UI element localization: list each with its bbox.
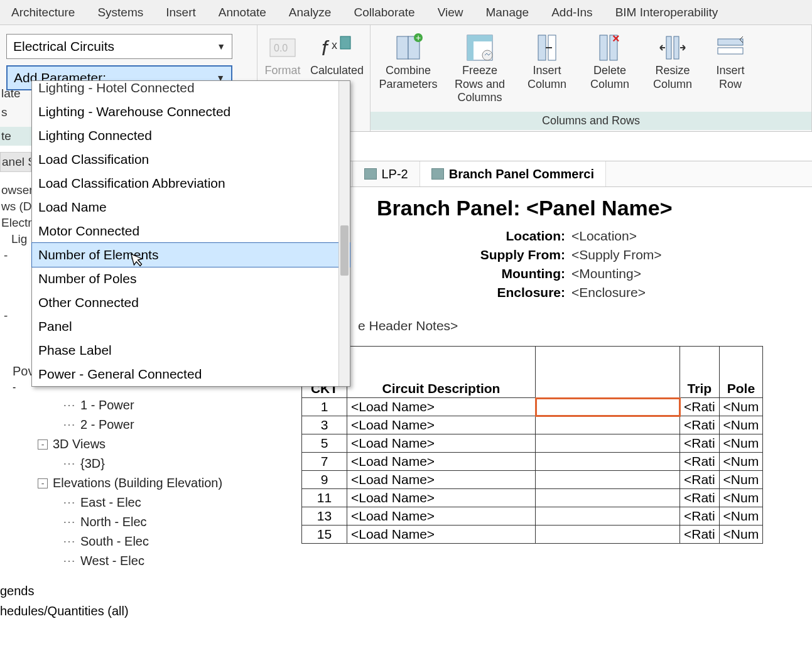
parameter-option[interactable]: Lighting - Hotel Connected bbox=[32, 76, 350, 100]
trip-cell[interactable]: <Rati bbox=[680, 453, 720, 471]
trip-cell[interactable]: <Rati bbox=[680, 489, 720, 507]
pole-cell[interactable]: <Num bbox=[719, 489, 763, 507]
view-tab-lp2[interactable]: LP-2 bbox=[353, 161, 420, 186]
tab-addins[interactable]: Add-Ins bbox=[540, 0, 604, 24]
desc-cell[interactable]: <Load Name> bbox=[347, 471, 536, 489]
calculated-button[interactable]: fx Calculated bbox=[310, 29, 364, 78]
desc-cell[interactable]: <Load Name> bbox=[347, 434, 536, 453]
expander-icon[interactable]: - bbox=[38, 478, 48, 488]
blank-cell[interactable] bbox=[536, 489, 680, 507]
resize-column-button[interactable]: Resize Column bbox=[646, 29, 700, 91]
col-blank[interactable] bbox=[536, 347, 680, 398]
ckt-cell[interactable]: 1 bbox=[302, 398, 347, 416]
blank-cell[interactable] bbox=[536, 434, 680, 453]
pole-cell[interactable]: <Num bbox=[719, 453, 763, 471]
freeze-button[interactable]: Freeze Rows and Columns bbox=[448, 29, 511, 105]
trip-cell[interactable]: <Rati bbox=[680, 398, 720, 416]
insert-column-button[interactable]: Insert Column bbox=[520, 29, 574, 91]
tree-item[interactable]: ⋯South - Elec bbox=[0, 532, 289, 551]
desc-cell[interactable]: <Load Name> bbox=[347, 507, 536, 526]
blank-cell[interactable] bbox=[536, 526, 680, 544]
scrollbar-thumb[interactable] bbox=[340, 225, 349, 276]
ckt-cell[interactable]: 5 bbox=[302, 434, 347, 453]
col-trip[interactable]: Trip bbox=[680, 347, 720, 398]
blank-cell[interactable] bbox=[536, 453, 680, 471]
trip-cell[interactable]: <Rati bbox=[680, 416, 720, 434]
desc-cell[interactable]: <Load Name> bbox=[347, 416, 536, 434]
tab-view[interactable]: View bbox=[426, 0, 475, 24]
parameter-option[interactable]: Number of Elements bbox=[31, 242, 350, 267]
desc-cell[interactable]: <Load Name> bbox=[347, 398, 536, 416]
desc-cell[interactable]: <Load Name> bbox=[347, 453, 536, 471]
tree-item[interactable]: -3D Views bbox=[0, 434, 289, 454]
ckt-cell[interactable]: 13 bbox=[302, 507, 347, 526]
parameter-option[interactable]: Phase Label bbox=[32, 338, 350, 362]
tree-item[interactable]: ⋯West - Elec bbox=[0, 551, 289, 571]
tab-collaborate[interactable]: Collaborate bbox=[342, 0, 426, 24]
panel-title-value[interactable]: <Panel Name> bbox=[526, 196, 672, 220]
tree-item[interactable]: ⋯{3D} bbox=[0, 454, 289, 473]
tab-analyze[interactable]: Analyze bbox=[278, 0, 343, 24]
col-description[interactable]: Circuit Description bbox=[347, 347, 536, 398]
parameter-option[interactable]: Number of Poles bbox=[32, 267, 350, 291]
trip-cell[interactable]: <Rati bbox=[680, 507, 720, 526]
tree-item[interactable]: ⋯East - Elec bbox=[0, 493, 289, 512]
blank-cell[interactable] bbox=[536, 398, 680, 416]
tree-item[interactable]: ⋯North - Elec bbox=[0, 512, 289, 532]
scrollbar[interactable] bbox=[338, 81, 350, 386]
parameter-option[interactable]: Panel bbox=[32, 315, 350, 338]
expander-icon[interactable]: - bbox=[4, 249, 8, 262]
add-parameter-dropdown[interactable]: Lighting - Hotel ConnectedLighting - War… bbox=[31, 80, 350, 387]
trip-cell[interactable]: <Rati bbox=[680, 526, 720, 544]
desc-cell[interactable]: <Load Name> bbox=[347, 526, 536, 544]
pole-cell[interactable]: <Num bbox=[719, 526, 763, 544]
ckt-cell[interactable]: 11 bbox=[302, 489, 347, 507]
tab-architecture[interactable]: Architecture bbox=[0, 0, 86, 24]
parameter-option[interactable]: Power - General Connected bbox=[32, 362, 350, 386]
insert-row-button[interactable]: Insert Row bbox=[708, 29, 752, 91]
blank-cell[interactable] bbox=[536, 416, 680, 434]
pole-cell[interactable]: <Num bbox=[719, 398, 763, 416]
parameter-option[interactable]: Load Classification bbox=[32, 148, 350, 171]
col-pole[interactable]: Pole bbox=[719, 347, 763, 398]
parameter-option[interactable]: Motor Connected bbox=[32, 219, 350, 243]
tab-insert[interactable]: Insert bbox=[154, 0, 207, 24]
tab-bim[interactable]: BIM Interoperability bbox=[604, 0, 730, 24]
combine-parameters-button[interactable]: + Combine Parameters bbox=[377, 29, 440, 91]
meta-value[interactable]: <Location> bbox=[571, 229, 637, 244]
delete-column-button[interactable]: × Delete Column bbox=[583, 29, 637, 91]
tab-systems[interactable]: Systems bbox=[86, 0, 154, 24]
tree-item[interactable]: ⋯1 - Power bbox=[0, 396, 289, 415]
pole-cell[interactable]: <Num bbox=[719, 507, 763, 526]
trip-cell[interactable]: <Rati bbox=[680, 434, 720, 453]
meta-value[interactable]: <Enclosure> bbox=[571, 285, 646, 300]
blank-cell[interactable] bbox=[536, 507, 680, 526]
desc-cell[interactable]: <Load Name> bbox=[347, 489, 536, 507]
ckt-cell[interactable]: 7 bbox=[302, 453, 347, 471]
meta-value[interactable]: <Supply From> bbox=[571, 247, 662, 262]
ckt-cell[interactable]: 9 bbox=[302, 471, 347, 489]
expander-icon[interactable]: - bbox=[4, 309, 8, 322]
parameter-option[interactable]: Lighting - Warehouse Connected bbox=[32, 100, 350, 124]
parameter-option[interactable]: Load Classification Abbreviation bbox=[32, 171, 350, 195]
meta-value[interactable]: <Mounting> bbox=[571, 266, 641, 281]
header-notes[interactable]: e Header Notes> bbox=[295, 302, 812, 346]
tree-item[interactable]: -Elevations (Building Elevation) bbox=[0, 473, 289, 493]
tree-legends[interactable]: gends bbox=[0, 584, 35, 598]
parameter-option[interactable]: Load Name bbox=[32, 195, 350, 219]
expander-icon[interactable]: - bbox=[13, 382, 16, 392]
pole-cell[interactable]: <Num bbox=[719, 434, 763, 453]
pole-cell[interactable]: <Num bbox=[719, 471, 763, 489]
tree-item[interactable]: ⋯2 - Power bbox=[0, 415, 289, 434]
parameter-option[interactable]: Lighting Connected bbox=[32, 124, 350, 148]
parameter-option[interactable]: Other Connected bbox=[32, 291, 350, 315]
tab-manage[interactable]: Manage bbox=[474, 0, 540, 24]
expander-icon[interactable]: - bbox=[38, 439, 48, 450]
blank-cell[interactable] bbox=[536, 471, 680, 489]
pole-cell[interactable]: <Num bbox=[719, 416, 763, 434]
tree-schedules[interactable]: hedules/Quantities (all) bbox=[0, 604, 129, 618]
ckt-cell[interactable]: 15 bbox=[302, 526, 347, 544]
view-tab-branch-panel[interactable]: Branch Panel Commerci bbox=[420, 161, 606, 186]
trip-cell[interactable]: <Rati bbox=[680, 471, 720, 489]
tab-annotate[interactable]: Annotate bbox=[207, 0, 278, 24]
